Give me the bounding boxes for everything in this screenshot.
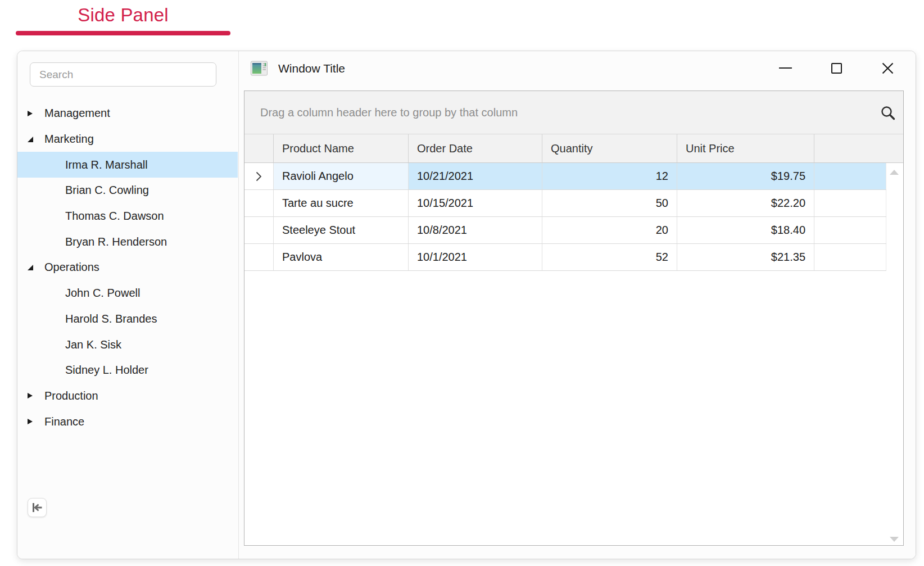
cell-quantity[interactable]: 50	[542, 190, 677, 216]
group-panel[interactable]: Drag a column header here to group by th…	[244, 91, 903, 134]
cell-unit-price[interactable]: $19.75	[677, 163, 814, 189]
tree-expander[interactable]	[28, 265, 44, 270]
row-indicator-cell	[244, 244, 274, 270]
table-row[interactable]: Pavlova10/1/202152$21.35	[244, 244, 886, 271]
maximize-icon	[831, 63, 842, 74]
collapsed-triangle-icon	[28, 419, 33, 424]
tree-item-label: Harold S. Brandes	[65, 313, 157, 325]
heading-underline	[16, 31, 230, 35]
cell-unit-price[interactable]: $21.35	[677, 244, 814, 270]
header-indicator-cell	[244, 134, 274, 162]
cell-order-date[interactable]: 10/8/2021	[409, 217, 542, 243]
app-icon	[251, 61, 268, 76]
cell-product-name[interactable]: Tarte au sucre	[274, 190, 409, 216]
tree-item[interactable]: Sidney L. Holder	[17, 357, 238, 383]
column-header[interactable]: Order Date	[409, 134, 542, 162]
cell-order-date[interactable]: 10/1/2021	[409, 244, 542, 270]
grid-rows: Ravioli Angelo10/21/202112$19.75Tarte au…	[244, 163, 886, 271]
tree-item[interactable]: Operations	[17, 255, 238, 280]
data-grid: Drag a column header here to group by th…	[244, 90, 904, 546]
cell-order-date[interactable]: 10/21/2021	[409, 163, 542, 189]
minimize-icon	[779, 67, 792, 69]
close-button[interactable]	[876, 57, 899, 79]
tree-item[interactable]: Production	[17, 383, 238, 409]
page-title: Side Panel	[16, 4, 230, 26]
tree-view: ManagementMarketingIrma R. MarshallBrian…	[17, 101, 238, 434]
tree-item-label: Production	[44, 390, 98, 402]
tree-item[interactable]: Irma R. Marshall	[17, 152, 238, 178]
column-header[interactable]: Unit Price	[677, 134, 814, 162]
side-panel: ManagementMarketingIrma R. MarshallBrian…	[17, 51, 239, 559]
tree-item[interactable]: Marketing	[17, 126, 238, 152]
minimize-button[interactable]	[774, 57, 796, 79]
row-filler-cell	[814, 190, 886, 216]
tree-item[interactable]: Thomas C. Dawson	[17, 203, 238, 229]
search-box	[30, 62, 216, 87]
expanded-triangle-icon	[28, 137, 33, 142]
tree-item[interactable]: Bryan R. Henderson	[17, 229, 238, 255]
row-indicator-cell	[244, 190, 274, 216]
collapse-panel-button[interactable]	[28, 498, 47, 517]
tree-item[interactable]: Management	[17, 101, 238, 126]
title-bar: Window Title	[239, 51, 916, 90]
cell-product-name[interactable]: Pavlova	[274, 244, 409, 270]
group-panel-hint: Drag a column header here to group by th…	[260, 106, 518, 119]
tree-item[interactable]: Brian C. Cowling	[17, 178, 238, 203]
cell-unit-price[interactable]: $18.40	[677, 217, 814, 243]
row-filler-cell	[814, 163, 886, 189]
cell-unit-price[interactable]: $22.20	[677, 190, 814, 216]
tree-item-label: Bryan R. Henderson	[65, 236, 167, 248]
row-indicator-cell	[244, 217, 274, 243]
app-window: ManagementMarketingIrma R. MarshallBrian…	[17, 51, 916, 559]
cell-quantity[interactable]: 52	[542, 244, 677, 270]
scroll-down-icon[interactable]	[890, 537, 899, 542]
tree-item-label: Brian C. Cowling	[65, 184, 149, 197]
cell-product-name[interactable]: Ravioli Angelo	[274, 163, 409, 189]
table-row[interactable]: Tarte au sucre10/15/202150$22.20	[244, 190, 886, 217]
collapsed-triangle-icon	[28, 393, 33, 399]
cell-order-date[interactable]: 10/15/2021	[409, 190, 542, 216]
grid-header-row: Product NameOrder DateQuantityUnit Price	[244, 134, 903, 163]
cell-quantity[interactable]: 20	[542, 217, 677, 243]
scroll-up-icon[interactable]	[890, 170, 899, 175]
search-icon	[880, 105, 896, 121]
tree-item[interactable]: Harold S. Brandes	[17, 306, 238, 332]
row-filler-cell	[814, 217, 886, 243]
tree-item-label: Management	[44, 107, 110, 120]
maximize-button[interactable]	[825, 57, 848, 79]
collapsed-triangle-icon	[28, 111, 33, 116]
tree-expander[interactable]	[28, 419, 44, 424]
page: Side Panel ManagementMarketingIrma R. Ma…	[0, 0, 924, 566]
tree-item-label: John C. Powell	[65, 287, 140, 300]
tree-item-label: Operations	[44, 261, 99, 274]
side-panel-heading-block: Side Panel	[16, 4, 230, 35]
grid-search-button[interactable]	[880, 105, 896, 121]
table-row[interactable]: Ravioli Angelo10/21/202112$19.75	[244, 163, 886, 190]
header-filler-cell	[814, 134, 903, 162]
table-row[interactable]: Steeleye Stout10/8/202120$18.40	[244, 217, 886, 244]
cell-quantity[interactable]: 12	[542, 163, 677, 189]
row-focus-chevron-icon	[256, 171, 262, 182]
tree-item-label: Irma R. Marshall	[65, 159, 148, 171]
tree-item-label: Sidney L. Holder	[65, 364, 148, 377]
column-header[interactable]: Product Name	[274, 134, 409, 162]
row-filler-cell	[814, 244, 886, 270]
tree-expander[interactable]	[28, 137, 44, 142]
window-title: Window Title	[278, 51, 345, 86]
tree-expander[interactable]	[28, 393, 44, 399]
tree-item-label: Marketing	[44, 133, 94, 146]
tree-expander[interactable]	[28, 111, 44, 116]
tree-item-label: Thomas C. Dawson	[65, 210, 164, 223]
row-indicator-cell	[244, 163, 274, 189]
search-input[interactable]	[30, 62, 216, 87]
tree-item[interactable]: John C. Powell	[17, 280, 238, 306]
cell-product-name[interactable]: Steeleye Stout	[274, 217, 409, 243]
tree-item[interactable]: Jan K. Sisk	[17, 332, 238, 357]
close-icon	[881, 62, 894, 75]
tree-item-label: Finance	[44, 415, 84, 428]
tree-item-label: Jan K. Sisk	[65, 338, 121, 351]
expanded-triangle-icon	[28, 265, 33, 270]
column-header[interactable]: Quantity	[542, 134, 677, 162]
main-area: Window Title Drag a column header here t	[239, 51, 916, 559]
tree-item[interactable]: Finance	[17, 409, 238, 434]
